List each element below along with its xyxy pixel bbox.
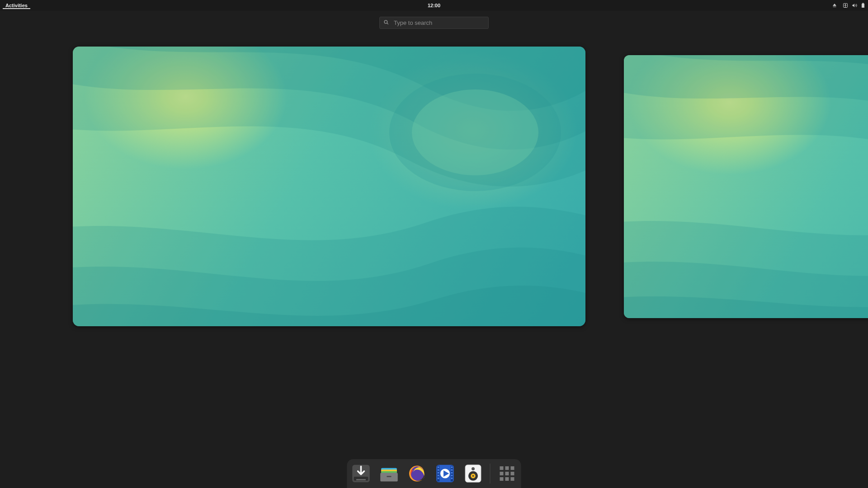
search-input[interactable] — [393, 19, 485, 27]
svg-point-6 — [412, 89, 538, 175]
clock-button[interactable]: 12:00 — [428, 0, 440, 11]
activities-button[interactable]: Activities — [3, 3, 30, 8]
workspace-main[interactable] — [73, 47, 585, 326]
overview-search[interactable] — [379, 17, 489, 29]
activities-label: Activities — [5, 3, 28, 8]
wallpaper-topography-icon — [624, 55, 658, 318]
top-panel: Activities 12:00 — [0, 0, 658, 11]
workspace-secondary[interactable] — [624, 55, 658, 318]
clock-label: 12:00 — [428, 3, 440, 8]
wallpaper-topography-icon — [73, 47, 585, 326]
svg-point-4 — [384, 20, 387, 23]
search-icon — [383, 19, 389, 27]
